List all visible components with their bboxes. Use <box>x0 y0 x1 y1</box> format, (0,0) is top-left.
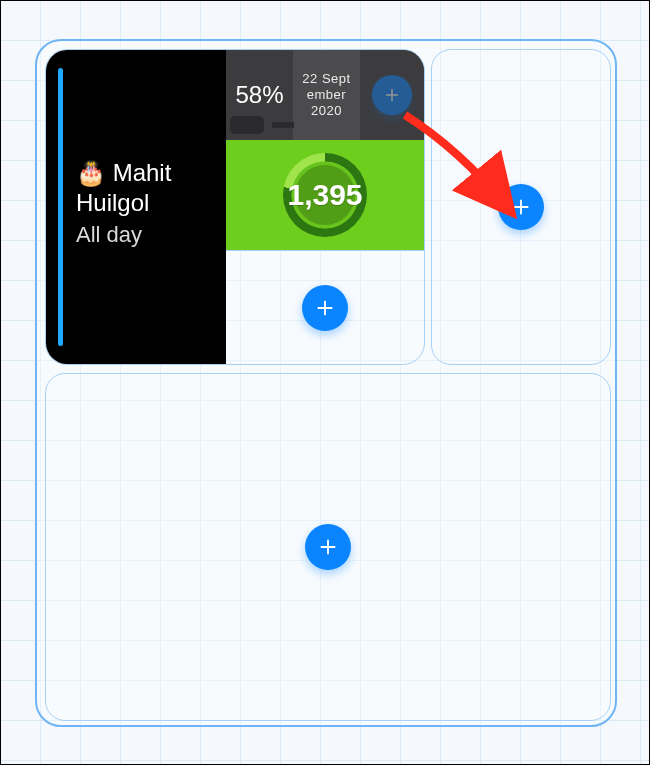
activity-value: 1,395 <box>287 178 362 212</box>
activity-widget[interactable]: 1,395 <box>226 140 424 250</box>
date-widget[interactable]: 22 Sept ember 2020 <box>293 50 360 140</box>
add-widget-button[interactable] <box>498 184 544 230</box>
birthday-icon: 🎂 <box>76 159 106 186</box>
plus-icon <box>314 297 336 319</box>
add-widget-button[interactable] <box>302 285 348 331</box>
battery-widget[interactable]: 58% <box>226 50 293 140</box>
widget-slot-bottom <box>45 373 611 721</box>
empty-subslot <box>226 250 424 364</box>
plus-icon <box>383 86 401 104</box>
calendar-widget[interactable]: 🎂 Mahit Huilgol All day <box>46 50 226 364</box>
status-row: 58% 22 Sept ember 2020 <box>226 50 424 140</box>
stacked-widget: 🎂 Mahit Huilgol All day 58% 22 Sept embe… <box>46 50 424 364</box>
add-widget-button[interactable] <box>372 75 412 115</box>
plus-icon <box>510 196 532 218</box>
calendar-accent-bar <box>58 68 63 346</box>
calendar-subtitle: All day <box>76 222 210 248</box>
plus-icon <box>317 536 339 558</box>
widget-slot-top-left: 🎂 Mahit Huilgol All day 58% 22 Sept embe… <box>45 49 425 365</box>
battery-icon <box>230 116 264 134</box>
calendar-title: 🎂 Mahit Huilgol <box>76 158 210 218</box>
mini-add-slot <box>360 50 424 140</box>
battery-percent: 58% <box>235 81 283 109</box>
widget-slot-top-right <box>431 49 611 365</box>
add-widget-button[interactable] <box>305 524 351 570</box>
date-text: 22 Sept ember 2020 <box>297 71 356 120</box>
widget-canvas: 🎂 Mahit Huilgol All day 58% 22 Sept embe… <box>35 39 617 727</box>
